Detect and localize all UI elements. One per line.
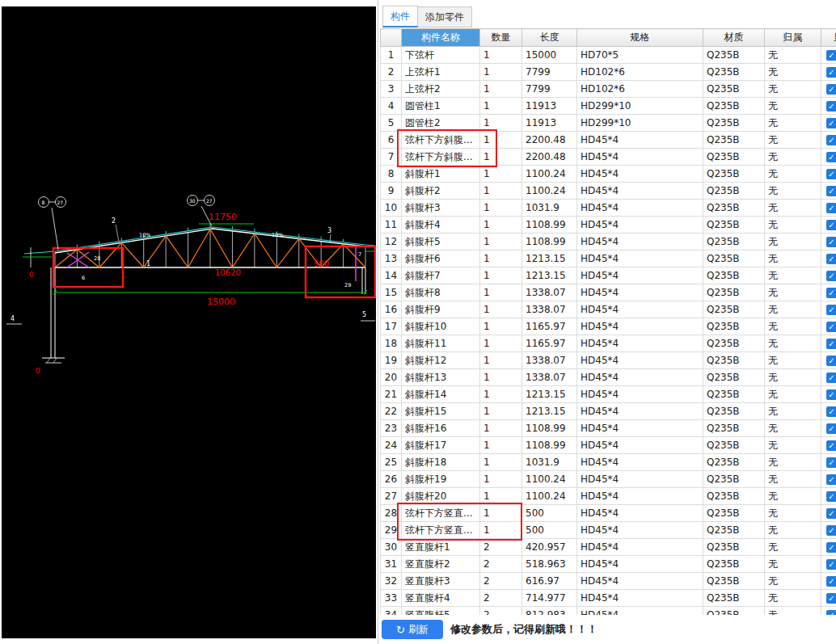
table-row[interactable]: 6 弦杆下方斜腹... 1 2200.48 HD45*4 Q235B 无 ✓	[381, 132, 836, 149]
cell-name: 弦杆下方斜腹...	[402, 149, 480, 166]
table-row[interactable]: 15 斜腹杆8 1 1338.07 HD45*4 Q235B 无 ✓	[381, 284, 836, 301]
show-checkbox[interactable]: ✓	[826, 525, 836, 536]
show-checkbox[interactable]: ✓	[826, 101, 836, 112]
table-row[interactable]: 12 斜腹杆5 1 1108.99 HD45*4 Q235B 无 ✓	[381, 234, 836, 250]
show-checkbox[interactable]: ✓	[826, 474, 836, 485]
table-row[interactable]: 5 圆管柱2 1 11913 HD299*10 Q235B 无 ✓	[381, 115, 836, 132]
cell-spec: HD45*4	[577, 318, 703, 335]
show-checkbox[interactable]: ✓	[826, 220, 836, 230]
cell-belong: 无	[765, 64, 821, 81]
show-checkbox[interactable]: ✓	[826, 322, 836, 332]
cell-spec: HD45*4	[577, 386, 703, 403]
table-row[interactable]: 22 斜腹杆15 1 1213.15 HD45*4 Q235B 无 ✓	[381, 403, 836, 420]
show-checkbox[interactable]: ✓	[826, 559, 836, 570]
show-checkbox[interactable]: ✓	[826, 542, 836, 553]
app-window: 8 27 30 27 2 3 1 10% 10% 28 6 29 7 4 5 1…	[0, 0, 836, 644]
show-checkbox[interactable]: ✓	[826, 406, 836, 417]
table-row[interactable]: 10 斜腹杆3 1 1031.9 HD45*4 Q235B 无 ✓	[381, 200, 836, 217]
table-row[interactable]: 4 圆管柱1 1 11913 HD299*10 Q235B 无 ✓	[381, 98, 836, 115]
table-row[interactable]: 33 竖直腹杆4 2 714.977 HD45*4 Q235B 无 ✓	[381, 590, 836, 607]
cell-belong: 无	[765, 250, 821, 267]
table-row[interactable]: 27 斜腹杆20 1 1100.24 HD45*4 Q235B 无 ✓	[381, 488, 836, 505]
cell-belong: 无	[765, 420, 821, 437]
table-row[interactable]: 16 斜腹杆9 1 1338.07 HD45*4 Q235B 无 ✓	[381, 301, 836, 318]
table-row[interactable]: 14 斜腹杆7 1 1213.15 HD45*4 Q235B 无 ✓	[381, 267, 836, 284]
cell-length: 1100.24	[522, 488, 577, 505]
show-checkbox[interactable]: ✓	[826, 508, 836, 519]
cell-length: 1338.07	[522, 284, 577, 301]
table-row[interactable]: 13 斜腹杆6 1 1213.15 HD45*4 Q235B 无 ✓	[381, 250, 836, 267]
show-checkbox[interactable]: ✓	[826, 169, 836, 179]
table-row[interactable]: 32 竖直腹杆3 2 616.97 HD45*4 Q235B 无 ✓	[381, 573, 836, 590]
table-row[interactable]: 20 斜腹杆13 1 1338.07 HD45*4 Q235B 无 ✓	[381, 369, 836, 386]
table-row[interactable]: 11 斜腹杆4 1 1108.99 HD45*4 Q235B 无 ✓	[381, 217, 836, 234]
dim-mid: 10620	[215, 268, 241, 277]
cell-material: Q235B	[703, 454, 765, 471]
cell-qty: 2	[480, 556, 522, 573]
show-checkbox[interactable]: ✓	[826, 254, 836, 264]
table-row[interactable]: 8 斜腹杆1 1 1100.24 HD45*4 Q235B 无 ✓	[381, 166, 836, 183]
table-row[interactable]: 7 弦杆下方斜腹... 1 2200.48 HD45*4 Q235B 无 ✓	[381, 149, 836, 166]
table-row[interactable]: 2 上弦杆1 1 7799 HD102*6 Q235B 无 ✓	[381, 64, 836, 81]
show-checkbox[interactable]: ✓	[826, 356, 836, 366]
table-row[interactable]: 21 斜腹杆14 1 1213.15 HD45*4 Q235B 无 ✓	[381, 386, 836, 403]
cell-length: 11913	[522, 115, 577, 132]
cell-name: 弦杆下方竖直...	[402, 505, 480, 522]
show-checkbox[interactable]: ✓	[826, 237, 836, 247]
tab-components[interactable]: 构件	[382, 6, 418, 27]
show-checkbox[interactable]: ✓	[826, 186, 836, 196]
table-row[interactable]: 26 斜腹杆19 1 1100.24 HD45*4 Q235B 无 ✓	[381, 471, 836, 488]
cell-spec: HD45*4	[577, 166, 703, 183]
show-checkbox[interactable]: ✓	[826, 440, 836, 451]
cad-viewport[interactable]: 8 27 30 27 2 3 1 10% 10% 28 6 29 7 4 5 1…	[2, 6, 376, 638]
cell-material: Q235B	[703, 420, 765, 437]
table-row[interactable]: 25 斜腹杆18 1 1031.9 HD45*4 Q235B 无 ✓	[381, 454, 836, 471]
show-checkbox[interactable]: ✓	[826, 288, 836, 298]
show-checkbox[interactable]: ✓	[826, 67, 836, 78]
cell-belong: 无	[765, 505, 821, 522]
show-checkbox[interactable]: ✓	[826, 389, 836, 400]
table-row[interactable]: 23 斜腹杆16 1 1108.99 HD45*4 Q235B 无 ✓	[381, 420, 836, 437]
cell-spec: HD45*4	[577, 403, 703, 420]
show-checkbox[interactable]: ✓	[826, 152, 836, 162]
cell-length: 616.97	[522, 573, 577, 590]
bubble-label: 30	[189, 198, 196, 204]
table-row[interactable]: 28 弦杆下方竖直... 1 500 HD45*4 Q235B 无 ✓	[381, 505, 836, 522]
table-row[interactable]: 3 上弦杆2 1 7799 HD102*6 Q235B 无 ✓	[381, 81, 836, 98]
cell-length: 714.977	[522, 590, 577, 607]
cell-belong: 无	[765, 318, 821, 335]
table-row[interactable]: 19 斜腹杆12 1 1338.07 HD45*4 Q235B 无 ✓	[381, 352, 836, 369]
refresh-button[interactable]: ↻ 刷新	[382, 620, 443, 639]
table-row[interactable]: 9 斜腹杆2 1 1100.24 HD45*4 Q235B 无 ✓	[381, 183, 836, 200]
show-checkbox[interactable]: ✓	[826, 271, 836, 281]
show-checkbox[interactable]: ✓	[826, 373, 836, 383]
tab-add-parts[interactable]: 添加零件	[418, 6, 472, 27]
cell-length: 7799	[522, 64, 577, 81]
axis-label-left: 4	[11, 315, 15, 322]
components-table: 构件名称 数量 长度 规格 材质 归属 显示 1 下弦杆 1 15000 HD7…	[380, 28, 836, 615]
table-row[interactable]: 31 竖直腹杆2 2 518.963 HD45*4 Q235B 无 ✓	[381, 556, 836, 573]
cell-name: 弦杆下方竖直...	[402, 522, 480, 539]
table-row[interactable]: 1 下弦杆 1 15000 HD70*5 Q235B 无 ✓	[381, 47, 836, 64]
table-row[interactable]: 17 斜腹杆10 1 1165.97 HD45*4 Q235B 无 ✓	[381, 318, 836, 335]
show-checkbox[interactable]: ✓	[826, 339, 836, 349]
table-row[interactable]: 29 弦杆下方竖直... 1 500 HD45*4 Q235B 无 ✓	[381, 522, 836, 539]
show-checkbox[interactable]: ✓	[826, 118, 836, 128]
show-checkbox[interactable]: ✓	[826, 84, 836, 95]
table-row[interactable]: 34 竖直腹杆5 2 812.983 HD45*4 Q235B 无 ✓	[381, 607, 836, 616]
show-checkbox[interactable]: ✓	[826, 491, 836, 502]
table-row[interactable]: 24 斜腹杆17 1 1108.99 HD45*4 Q235B 无 ✓	[381, 437, 836, 454]
show-checkbox[interactable]: ✓	[826, 135, 836, 145]
cell-belong: 无	[765, 47, 821, 64]
show-checkbox[interactable]: ✓	[826, 50, 836, 61]
table-row[interactable]: 30 竖直腹杆1 2 420.957 HD45*4 Q235B 无 ✓	[381, 539, 836, 556]
table-row[interactable]: 18 斜腹杆11 1 1165.97 HD45*4 Q235B 无 ✓	[381, 335, 836, 352]
show-checkbox[interactable]: ✓	[826, 305, 836, 315]
show-checkbox[interactable]: ✓	[826, 203, 836, 213]
cell-material: Q235B	[703, 556, 765, 573]
show-checkbox[interactable]: ✓	[826, 576, 836, 587]
cell-length: 1100.24	[522, 166, 577, 183]
show-checkbox[interactable]: ✓	[826, 593, 836, 604]
show-checkbox[interactable]: ✓	[826, 423, 836, 434]
show-checkbox[interactable]: ✓	[826, 457, 836, 468]
